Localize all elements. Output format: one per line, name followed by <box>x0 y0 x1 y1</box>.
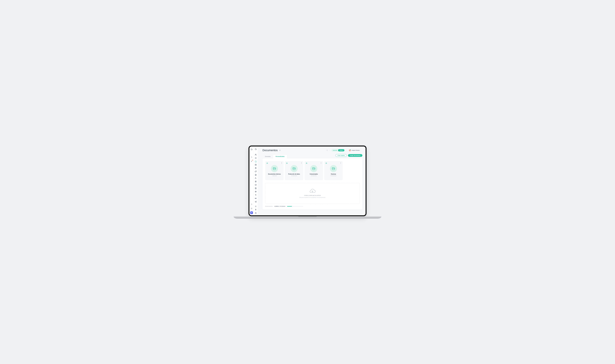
share-icon[interactable] <box>326 162 327 164</box>
folder-icon <box>310 165 317 172</box>
home-icon[interactable] <box>255 160 257 162</box>
checklist-icon[interactable] <box>255 184 257 186</box>
tab-generales[interactable]: Generales <box>262 155 273 158</box>
folder-count: 10 elementos <box>291 175 297 176</box>
timer-value: 04:01:58 <box>333 150 337 151</box>
svg-point-14 <box>255 191 256 192</box>
more-icon[interactable]: ⋮ <box>301 162 302 164</box>
svg-rect-5 <box>251 213 251 213</box>
storage-label: Almacenamiento: <box>265 206 273 207</box>
timer-action-button[interactable]: Entrar <box>338 149 344 151</box>
svg-point-7 <box>255 154 256 155</box>
folder-grid: ⋮ Documentos internos 1 elemento ⋮ <box>265 161 360 180</box>
search-icon[interactable] <box>326 149 328 151</box>
svg-point-19 <box>267 163 267 163</box>
folder-card[interactable]: ⋮ Facturas 29 elementos <box>324 161 343 180</box>
storage-used: 0,3 GB de 1 GB utilizado <box>274 206 286 207</box>
layers-icon[interactable] <box>255 181 257 182</box>
folder-icon <box>271 165 278 172</box>
folder-count: 24 elementos <box>311 175 317 176</box>
folder-count: 29 elementos <box>330 175 336 176</box>
svg-rect-12 <box>255 184 256 186</box>
share-icon[interactable] <box>306 162 307 164</box>
folder-count: 1 elemento <box>272 175 277 176</box>
cloud-upload-icon <box>309 189 316 194</box>
storage-fill <box>287 206 292 207</box>
svg-point-21 <box>306 163 307 163</box>
mini-sidebar <box>249 146 254 215</box>
folder-icon <box>330 165 337 172</box>
folder-title: Comunicados <box>310 173 318 175</box>
barrier-icon[interactable] <box>255 197 257 199</box>
folder-title: Protección de datos <box>288 173 300 175</box>
restaurant-icon[interactable] <box>255 194 257 196</box>
dropzone-subtitle: Para poder compartirlos con tus empleado… <box>300 197 326 198</box>
calendar-icon[interactable] <box>255 164 257 166</box>
page-title: Documentos <box>262 149 278 152</box>
storage-bar <box>287 206 303 207</box>
divider <box>346 149 346 151</box>
help-icon[interactable] <box>255 212 257 214</box>
folder-card[interactable]: ⋮ Comunicados 24 elementos <box>304 161 323 180</box>
svg-point-22 <box>326 163 327 163</box>
upload-documents-button[interactable]: Cargar documentos <box>348 154 362 157</box>
file-icon[interactable] <box>255 174 257 176</box>
logo-secondary-icon[interactable] <box>255 148 257 150</box>
logo-icon[interactable] <box>250 148 253 151</box>
tabs: Generales Personalizadas <box>262 155 287 158</box>
svg-rect-9 <box>255 164 256 166</box>
svg-rect-4 <box>252 212 252 213</box>
share-icon[interactable] <box>286 162 288 164</box>
info-icon[interactable]: ? <box>279 150 281 151</box>
folder-title: Facturas <box>331 173 336 175</box>
user-menu[interactable]: Amparo Romero ⌄ <box>348 149 362 151</box>
more-icon[interactable]: ⋮ <box>340 162 342 164</box>
signpost-icon[interactable] <box>250 160 253 162</box>
dropzone[interactable]: Arrastra y suelta aquí tus archivos Para… <box>265 183 360 204</box>
content-panel: ⋮ Documentos internos 1 elemento ⋮ <box>262 158 362 209</box>
history-icon[interactable] <box>250 203 253 206</box>
divider <box>330 149 330 151</box>
chevron-down-icon: ⌄ <box>360 150 361 151</box>
folder-title: Documentos internos <box>268 173 281 175</box>
main-content: Documentos ? 04:01:58 Entrar Amparo Rome <box>258 146 366 215</box>
svg-point-11 <box>255 178 256 178</box>
avatar <box>349 149 351 151</box>
svg-point-0 <box>251 149 252 150</box>
file-search-icon[interactable] <box>255 187 257 189</box>
dropzone-title: Arrastra y suelta aquí tus archivos <box>304 195 321 196</box>
megaphone-icon[interactable] <box>255 201 257 203</box>
refresh-icon[interactable] <box>255 170 257 172</box>
svg-rect-3 <box>251 212 251 213</box>
clock-icon[interactable] <box>255 157 257 159</box>
tab-personalizadas[interactable]: Personalizadas <box>273 155 287 158</box>
bell-icon[interactable] <box>250 156 253 158</box>
gear-icon[interactable] <box>255 205 257 207</box>
user-name: Amparo Romero <box>352 150 360 151</box>
more-icon[interactable]: ⋮ <box>281 162 282 164</box>
clipboard-icon[interactable] <box>255 167 257 169</box>
more-icon[interactable]: ⋮ <box>320 162 322 164</box>
timer-pill: 04:01:58 Entrar <box>331 149 345 152</box>
svg-point-2 <box>251 208 252 208</box>
svg-point-20 <box>287 163 287 163</box>
pin-icon[interactable] <box>255 209 257 211</box>
svg-point-16 <box>256 206 256 207</box>
folder-card[interactable]: ⋮ Protección de datos 10 elementos <box>285 161 303 180</box>
folder-icon <box>290 165 298 172</box>
team-icon[interactable] <box>255 154 257 156</box>
compass-icon[interactable] <box>255 191 257 193</box>
create-folder-button[interactable]: Crear carpeta <box>335 154 347 157</box>
settings-icon[interactable] <box>250 207 253 210</box>
share-icon[interactable] <box>266 162 268 164</box>
user-settings-icon[interactable] <box>255 177 257 179</box>
apps-icon[interactable] <box>250 211 253 214</box>
folder-card[interactable]: ⋮ Documentos internos 1 elemento <box>265 161 284 180</box>
svg-point-13 <box>255 188 256 189</box>
nav-sidebar <box>254 146 258 215</box>
storage-row: Almacenamiento: 0,3 GB de 1 GB utilizado <box>265 206 360 207</box>
svg-point-6 <box>255 149 256 150</box>
svg-point-18 <box>327 150 328 151</box>
